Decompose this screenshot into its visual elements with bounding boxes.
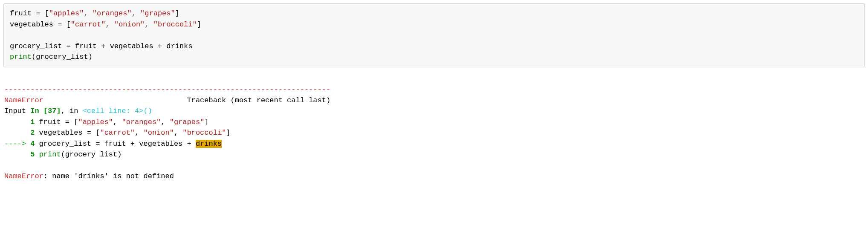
comma: , bbox=[105, 20, 114, 29]
bracket-close: ] bbox=[175, 9, 179, 17]
string-literal: "grapes" bbox=[140, 9, 175, 17]
cell-parens: () bbox=[143, 107, 152, 115]
context-text: grocery_list = fruit + vegetables + bbox=[35, 140, 195, 148]
string-literal: "oranges" bbox=[122, 118, 161, 126]
bracket-open: [ bbox=[67, 20, 71, 29]
variable-ref: vegetables bbox=[110, 42, 153, 50]
builtin-print: print bbox=[39, 150, 61, 159]
space bbox=[35, 150, 39, 159]
comma: , bbox=[113, 118, 122, 126]
traceback-separator: ----------------------------------------… bbox=[4, 85, 330, 93]
string-literal: "oranges" bbox=[93, 9, 132, 17]
bracket-close: ] bbox=[197, 20, 201, 29]
comma: , bbox=[161, 118, 169, 126]
paren-open: ( bbox=[32, 53, 36, 61]
comma: , bbox=[135, 129, 143, 137]
string-literal: "onion" bbox=[114, 20, 145, 29]
context-text: ] bbox=[204, 118, 208, 126]
comma-in: , in bbox=[61, 107, 83, 115]
error-message: : name 'drinks' is not defined bbox=[43, 172, 174, 180]
variable-vegetables: vegetables bbox=[10, 20, 53, 29]
string-literal: "carrot" bbox=[100, 129, 135, 137]
context-text: ] bbox=[226, 129, 230, 137]
context-text: fruit = [ bbox=[35, 118, 78, 126]
traceback-content: ----------------------------------------… bbox=[4, 84, 859, 182]
error-highlight: drinks bbox=[196, 140, 222, 148]
comma: , bbox=[145, 20, 153, 29]
string-literal: "grapes" bbox=[170, 118, 205, 126]
assign-op: = bbox=[62, 42, 75, 50]
comma: , bbox=[132, 9, 140, 17]
string-literal: "apples" bbox=[49, 9, 84, 17]
variable-fruit: fruit bbox=[10, 9, 32, 17]
variable-ref: drinks bbox=[166, 42, 192, 50]
code-content: fruit = ["apples", "oranges", "grapes"] … bbox=[10, 8, 858, 63]
line-number: 1 bbox=[4, 118, 35, 126]
comma: , bbox=[174, 129, 182, 137]
string-literal: "broccoli" bbox=[153, 20, 197, 29]
variable-ref: fruit bbox=[75, 42, 97, 50]
cell-line-ref: <cell line: 4> bbox=[83, 107, 144, 115]
comma: , bbox=[84, 9, 92, 17]
string-literal: "carrot" bbox=[71, 20, 106, 29]
line-number: 4 bbox=[30, 140, 35, 148]
error-type-final: NameError bbox=[4, 172, 43, 180]
assign-op: = bbox=[53, 20, 67, 29]
context-text: vegetables = [ bbox=[35, 129, 100, 137]
builtin-print: print bbox=[10, 53, 32, 61]
context-text: (grocery_list) bbox=[61, 150, 122, 159]
string-literal: "broccoli" bbox=[182, 129, 226, 137]
input-prefix: Input bbox=[4, 107, 30, 115]
line-number: 2 bbox=[4, 129, 35, 137]
plus-op: + bbox=[153, 42, 167, 50]
error-arrow: ----> bbox=[4, 140, 30, 148]
input-number: In [37] bbox=[30, 107, 61, 115]
plus-op: + bbox=[97, 42, 110, 50]
variable-ref: grocery_list bbox=[36, 53, 88, 61]
error-type: NameError bbox=[4, 96, 43, 104]
variable-grocery-list: grocery_list bbox=[10, 42, 62, 50]
line-number: 5 bbox=[4, 150, 35, 159]
assign-op: = bbox=[32, 9, 45, 17]
error-output-cell: ----------------------------------------… bbox=[3, 73, 865, 193]
code-input-cell[interactable]: fruit = ["apples", "oranges", "grapes"] … bbox=[3, 3, 865, 67]
string-literal: "onion" bbox=[143, 129, 174, 137]
bracket-open: [ bbox=[45, 9, 49, 17]
paren-close: ) bbox=[88, 53, 93, 61]
traceback-label: Traceback (most recent call last) bbox=[43, 96, 330, 104]
string-literal: "apples" bbox=[78, 118, 113, 126]
